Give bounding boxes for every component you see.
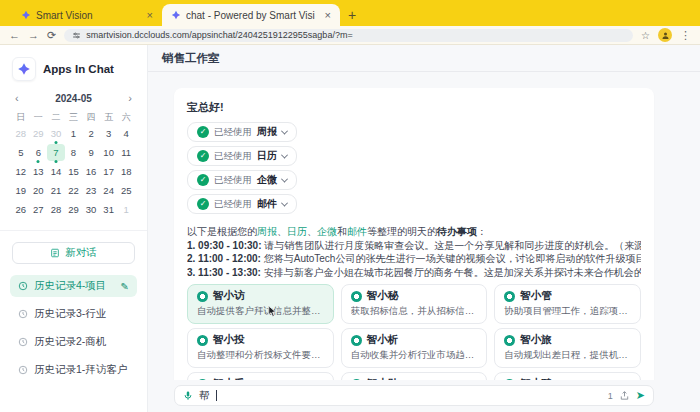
history-item-opportunity[interactable]: 历史记录2-商机 [10,331,137,353]
new-chat-button[interactable]: 新对话 [12,242,135,264]
calendar-day[interactable]: 29 [30,125,48,142]
clock-icon [18,365,28,375]
calendar-day[interactable]: 14 [47,163,65,180]
tab-smart-vision[interactable]: Smart Vision × [12,4,162,26]
workspace-title: 销售工作室 [148,45,700,72]
sidebar-divider [0,230,147,231]
chevron-down-icon[interactable] [281,175,288,182]
calendar-day[interactable]: 2 [82,125,100,142]
sidebar: Apps In Chat ‹ 2024-05 › 日 一 二 三 四 五 六 2… [0,45,148,412]
char-count: 1 [608,391,613,401]
agent-desc: 自动整理和分析投标文件要求，协助准备投标... [197,349,324,362]
calendar-weekday: 三 [65,110,83,125]
calendar-day[interactable]: 20 [30,182,48,199]
chevron-down-icon[interactable] [281,199,288,206]
used-tool-badge-weekly[interactable]: ✓ 已经使用 周报 [187,122,297,142]
calendar-day[interactable]: 26 [12,201,30,218]
agent-card-zhixiaotou[interactable]: 智小投 自动整理和分析投标文件要求，协助准备投标... [187,328,334,368]
calendar-day[interactable]: 13 [30,163,48,180]
calendar-day[interactable]: 4 [117,125,135,142]
calendar-day[interactable]: 24 [100,182,118,199]
site-settings-icon[interactable] [72,31,81,40]
history-item-project[interactable]: 历史记录4-项目 ✎ [10,275,137,297]
calendar-day[interactable]: 3 [100,125,118,142]
calendar-day[interactable]: 6 [30,144,48,161]
chevron-down-icon[interactable] [281,127,288,134]
history-item-visit[interactable]: 历史记录1-拜访客户 [10,359,137,381]
calendar-prev-icon[interactable]: ‹ [15,93,19,104]
calendar-day[interactable]: 10 [100,144,118,161]
agent-card-zhixiaozhu[interactable]: 智小助 为员工提供日常工作管理支持，包括日程安排 [341,372,488,380]
agent-desc: 自动规划出差日程，提供机票、酒店预订 [504,349,631,362]
calendar-weekday: 五 [100,110,118,125]
agent-card-zhixiaopin[interactable]: 智小聘 处理招聘、入职、培训和员工关系管理任务 [494,372,641,380]
calendar-day[interactable]: 11 [117,144,135,161]
agent-robot-icon [197,291,208,302]
chat-input-text[interactable]: 帮 [199,389,210,403]
calendar-day[interactable]: 22 [65,182,83,199]
calendar-day[interactable]: 30 [82,201,100,218]
calendar-day[interactable]: 9 [82,144,100,161]
agent-card-zhixiaolv[interactable]: 智小旅 自动规划出差日程，提供机票、酒店预订 [494,328,641,368]
calendar-grid: 日 一 二 三 四 五 六 28 29 30 1 2 3 4 5 6 7 8 9… [12,110,135,220]
calendar-day[interactable]: 1 [117,201,135,218]
back-icon[interactable]: ← [9,30,20,41]
calendar-next-icon[interactable]: › [128,93,132,104]
used-tool-badge-wecom[interactable]: ✓ 已经使用 企微 [187,170,297,190]
calendar-weekday: 一 [30,110,48,125]
calendar-day[interactable]: 25 [117,182,135,199]
tab-chat-active[interactable]: chat - Powered by Smart Visi × [162,4,340,26]
new-tab-button[interactable]: + [348,7,356,23]
main-panel: 销售工作室 宝总好! ✓ 已经使用 周报 ✓ 已经使用 日历 [148,45,700,412]
calendar-day[interactable]: 17 [100,163,118,180]
check-circle-icon: ✓ [197,150,209,162]
calendar-day[interactable]: 28 [12,125,30,142]
agent-grid: 智小访 自动提供客户拜访信息并整合服务 智小秘 获取招标信息，并从招标信息中获取… [187,284,641,380]
history-item-industry[interactable]: 历史记录3-行业 [10,303,137,325]
url-text[interactable]: smartvision.dcclouds.com/appsinchat/2404… [86,30,352,40]
todo-item-1: 1. 09:30 - 10:30: 请与销售团队进行月度策略审查会议。这是一个分… [187,239,641,253]
agent-name: 智小聘 [520,377,552,380]
calendar-day[interactable]: 15 [65,163,83,180]
tab-close-icon[interactable]: × [325,10,331,21]
calendar-day[interactable]: 5 [12,144,30,161]
agent-card-zhixiaofang[interactable]: 智小访 自动提供客户拜访信息并整合服务 [187,284,334,324]
microphone-icon[interactable] [183,390,193,402]
calendar-day[interactable]: 18 [117,163,135,180]
calendar-day[interactable]: 19 [12,182,30,199]
reload-icon[interactable]: ⟳ [47,30,56,41]
calendar-day-selected[interactable]: 7 [47,144,65,161]
calendar-day[interactable]: 31 [100,201,118,218]
smart-vision-favicon [21,10,31,20]
tab-close-icon[interactable]: × [147,10,153,21]
agent-card-zhixiaoguan[interactable]: 智小管 协助项目管理工作，追踪项目进度 [494,284,641,324]
edit-pencil-icon[interactable]: ✎ [121,281,129,292]
calendar-day[interactable]: 16 [82,163,100,180]
calendar-day[interactable]: 23 [82,182,100,199]
agent-card-zhixiaoxi[interactable]: 智小析 自动收集并分析行业市场趋势和竞争对手信息 [341,328,488,368]
url-bar[interactable]: smartvision.dcclouds.com/appsinchat/2404… [64,29,633,42]
upload-icon[interactable] [619,390,630,401]
agent-card-zhixiaomi[interactable]: 智小秘 获取招标信息，并从招标信息中获取商机 [341,284,488,324]
send-icon[interactable]: ➤ [636,390,645,401]
agent-card-zhixiaocai[interactable]: 智小采 自动化采购流程，从供应商管理到订单处理 [187,372,334,380]
calendar-day[interactable]: 28 [47,201,65,218]
calendar-day[interactable]: 1 [65,125,83,142]
calendar-day[interactable]: 29 [65,201,83,218]
used-tool-badge-email[interactable]: ✓ 已经使用 邮件 [187,194,297,214]
calendar-day[interactable]: 12 [12,163,30,180]
forward-icon[interactable]: → [28,30,39,41]
profile-avatar[interactable] [658,28,672,42]
browser-menu-icon[interactable]: ⋮ [680,29,691,42]
chevron-down-icon[interactable] [281,151,288,158]
calendar-day[interactable]: 21 [47,182,65,199]
bookmark-star-icon[interactable]: ☆ [641,30,650,41]
calendar-day[interactable]: 27 [30,201,48,218]
calendar-day[interactable]: 8 [65,144,83,161]
chat-input-bar[interactable]: 帮 1 ➤ [174,385,654,406]
used-tool-badge-calendar[interactable]: ✓ 已经使用 日历 [187,146,297,166]
calendar-day[interactable]: 30 [47,125,65,142]
check-circle-icon: ✓ [197,198,209,210]
agent-desc: 自动收集并分析行业市场趋势和竞争对手信息 [351,349,478,362]
app-logo-icon [12,57,36,81]
